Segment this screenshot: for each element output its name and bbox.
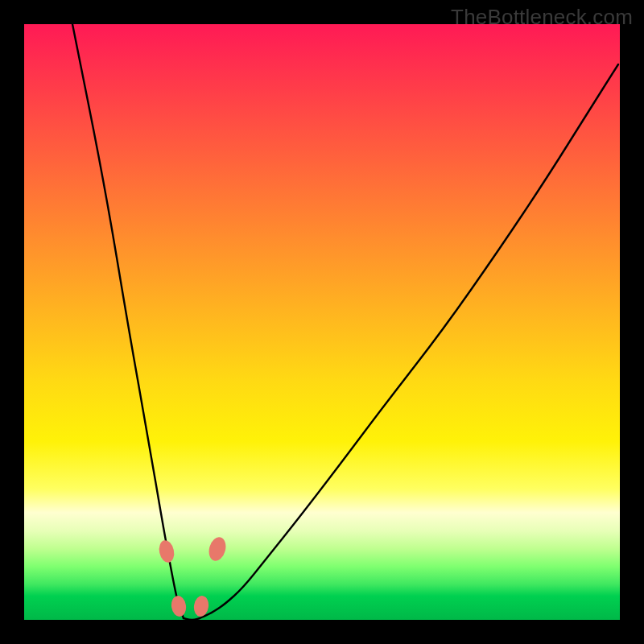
- watermark-text: TheBottleneck.com: [451, 5, 633, 30]
- markers-group: [157, 535, 228, 617]
- marker-left-lower: [170, 595, 187, 617]
- plot-area: [24, 24, 620, 620]
- marker-right-upper: [206, 535, 228, 563]
- marker-left-upper: [157, 539, 175, 564]
- curve-layer: [24, 24, 620, 620]
- curve-right-branch: [200, 64, 618, 618]
- curve-valley-floor: [184, 618, 200, 620]
- curve-left-branch: [72, 24, 184, 618]
